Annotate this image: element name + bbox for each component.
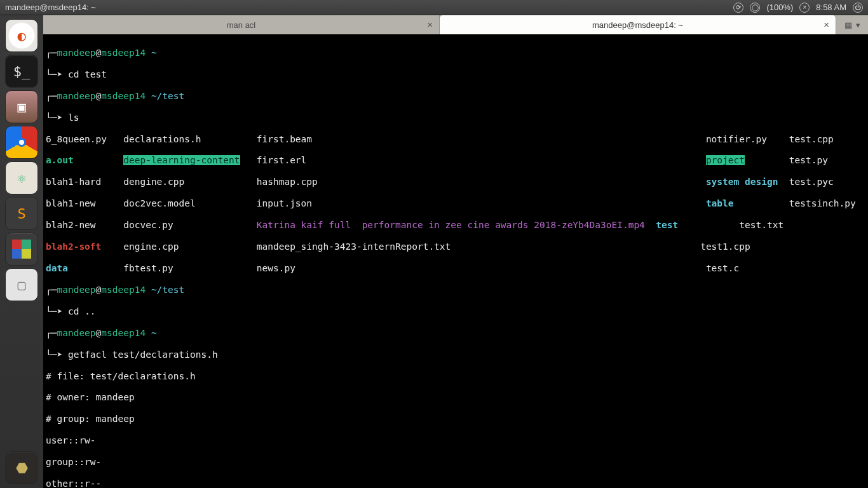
tab-label: man acl (227, 20, 256, 30)
ls-row: a.out deep-learning-content first.erl pr… (46, 155, 868, 166)
terminal-area[interactable]: ┌─mandeep@msdeep14 ~ └─➤ cd test ┌─mande… (43, 34, 868, 488)
prompt-line: ┌─mandeep@msdeep14 ~/test (46, 285, 868, 295)
output-line: # owner: mandeep (46, 392, 868, 403)
prompt-line: ┌─mandeep@msdeep14 ~ (46, 48, 868, 58)
tab-label: mandeep@msdeep14: ~ (592, 20, 683, 30)
ls-row: blah2-soft engine.cpp mandeep_singh-3423… (46, 241, 868, 252)
close-icon[interactable]: × (427, 19, 433, 30)
trash-icon[interactable]: ⬣ (5, 451, 38, 484)
sync-icon[interactable]: ⟳ (733, 3, 743, 13)
ls-row: blah1-new doc2vec.model input.json table… (46, 198, 868, 209)
ls-row: blah2-new docvec.py Katrina kaif full pe… (46, 220, 868, 231)
dropdown-icon: ▾ (856, 20, 860, 30)
files-icon[interactable]: ▣ (5, 90, 38, 123)
terminal-icon[interactable]: $_ (5, 55, 38, 88)
battery-pct: (100%) (766, 3, 793, 12)
launcher-dock: ◐ $_ ▣ ⚛ S ▢ ⬣ (0, 15, 43, 488)
ls-row: 6_8queen.py declarations.h first.beam no… (46, 134, 868, 145)
tab-strip: man acl × mandeep@msdeep14: ~ × ▦ ▾ (43, 15, 868, 34)
network-icon[interactable]: × (799, 3, 810, 13)
output-line: other::r-- (46, 478, 868, 488)
chrome-icon[interactable] (5, 126, 38, 159)
output-line: user::rw- (46, 435, 868, 446)
tab-man-acl[interactable]: man acl × (43, 15, 440, 34)
clock[interactable]: 8:58 AM (816, 3, 846, 12)
close-icon[interactable]: × (824, 19, 829, 30)
tab-overflow[interactable]: ▦ ▾ (836, 15, 868, 34)
ls-row: blah1-hard dengine.cpp hashmap.cpp syste… (46, 177, 868, 187)
cmd-line: └─➤ getfacl test/declarations.h (46, 349, 868, 360)
window-title: mandeep@msdeep14: ~ (5, 3, 96, 12)
session-icon[interactable]: ⏻ (853, 3, 863, 13)
prompt-line: ┌─mandeep@msdeep14 ~/test (46, 91, 868, 102)
output-line: # file: test/declarations.h (46, 371, 868, 382)
system-tray: ⟳ ◯ (100%) × 8:58 AM ⏻ (733, 3, 863, 13)
tab-terminal-home[interactable]: mandeep@msdeep14: ~ × (440, 15, 836, 34)
menubar: mandeep@msdeep14: ~ ⟳ ◯ (100%) × 8:58 AM… (0, 0, 868, 15)
prompt-line: ┌─mandeep@msdeep14 ~ (46, 328, 868, 339)
sublime-icon[interactable]: S (5, 197, 38, 230)
cmd-line: └─➤ cd .. (46, 306, 868, 317)
overflow-icon: ▦ (844, 20, 852, 30)
colors-icon[interactable] (5, 233, 38, 266)
output-line: # group: mandeep (46, 414, 868, 424)
atom-icon[interactable]: ⚛ (5, 161, 38, 194)
cmd-line: └─➤ cd test (46, 69, 868, 80)
ubuntu-icon[interactable]: ◐ (5, 19, 38, 52)
ls-row: data fbtest.py news.py test.c (46, 263, 868, 274)
battery-icon[interactable]: ◯ (750, 3, 760, 13)
output-line: group::rw- (46, 457, 868, 468)
drive-icon[interactable]: ▢ (5, 268, 38, 301)
cmd-line: └─➤ ls (46, 112, 868, 123)
